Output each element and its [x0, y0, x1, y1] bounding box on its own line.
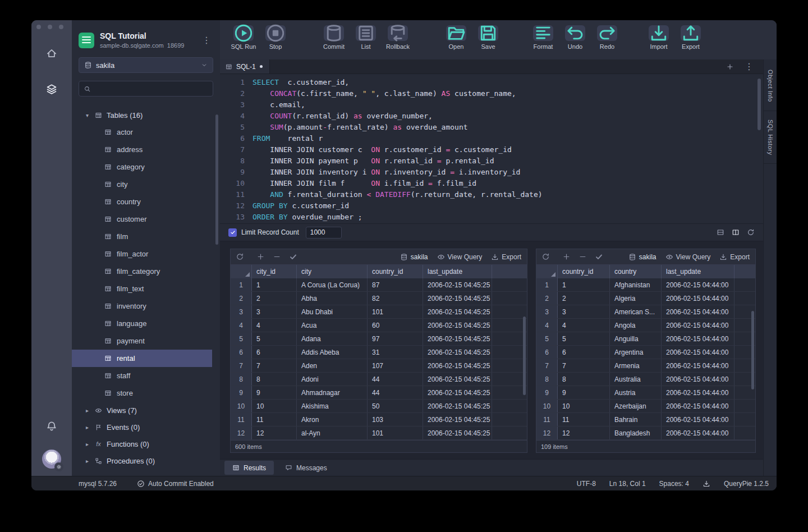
- cell[interactable]: 9: [252, 386, 297, 399]
- split-horizontal-icon[interactable]: [717, 228, 724, 236]
- cell[interactable]: 2006-02-15 04:45:25: [423, 305, 492, 318]
- cell[interactable]: 2006-02-15 04:45:25: [423, 278, 492, 291]
- tab-list-menu-icon[interactable]: ⋮: [742, 61, 756, 72]
- cell[interactable]: Angola: [610, 319, 662, 332]
- select-all-corner[interactable]: [536, 265, 558, 278]
- home-icon[interactable]: [45, 47, 58, 59]
- cell[interactable]: 2: [558, 292, 610, 305]
- cell[interactable]: 2006-02-15 04:44:00: [662, 373, 734, 386]
- search-input[interactable]: [94, 85, 208, 93]
- cell[interactable]: Bangladesh: [610, 426, 662, 439]
- tab-sql-history[interactable]: SQL History: [767, 120, 774, 155]
- cell[interactable]: Azerbaijan: [610, 400, 662, 412]
- cell[interactable]: 3: [252, 305, 297, 318]
- cell[interactable]: 97: [368, 332, 423, 345]
- grid-scrollbar[interactable]: [523, 317, 526, 395]
- export-button[interactable]: Export: [719, 253, 750, 261]
- minimize-button[interactable]: [48, 25, 52, 29]
- add-row-icon[interactable]: [562, 253, 571, 261]
- tree-item-rental[interactable]: rental: [72, 350, 212, 367]
- undo-button[interactable]: Undo: [562, 25, 589, 50]
- refresh-icon[interactable]: [541, 253, 550, 261]
- limit-record-count-input[interactable]: [306, 227, 342, 239]
- tree-item-customer[interactable]: customer: [72, 210, 220, 228]
- grid-database[interactable]: sakila: [400, 253, 428, 261]
- view-query-button[interactable]: View Query: [665, 253, 711, 261]
- row-number[interactable]: 10: [536, 400, 558, 412]
- cell[interactable]: 2006-02-15 04:44:00: [662, 386, 734, 399]
- cell[interactable]: 101: [368, 305, 423, 318]
- tree-item-address[interactable]: address: [72, 141, 220, 158]
- stop-button[interactable]: Stop: [262, 25, 289, 50]
- cell[interactable]: 2006-02-15 04:44:00: [662, 413, 734, 426]
- cell[interactable]: al-Ayn: [297, 426, 368, 439]
- row-number[interactable]: 2: [536, 292, 558, 305]
- cell[interactable]: 2006-02-15 04:45:25: [423, 332, 492, 345]
- cell[interactable]: 2006-02-15 04:45:25: [423, 319, 492, 332]
- view-query-button[interactable]: View Query: [437, 253, 483, 261]
- cell[interactable]: 5: [252, 332, 297, 345]
- commit-button[interactable]: Commit: [320, 25, 347, 50]
- cell[interactable]: 3: [558, 305, 610, 318]
- cell[interactable]: 2006-02-15 04:45:25: [423, 386, 492, 399]
- import-button[interactable]: Import: [645, 25, 672, 50]
- cell[interactable]: 2006-02-15 04:45:25: [423, 426, 492, 439]
- maximize-button[interactable]: [59, 25, 63, 29]
- export-button[interactable]: Export: [491, 253, 521, 261]
- cell[interactable]: 2006-02-15 04:45:25: [423, 346, 492, 359]
- cell[interactable]: Adana: [297, 332, 368, 345]
- cell[interactable]: 103: [368, 413, 423, 426]
- cell[interactable]: 4: [252, 319, 297, 332]
- row-number[interactable]: 8: [231, 373, 252, 386]
- notifications-icon[interactable]: [45, 420, 58, 433]
- tree-item-country[interactable]: country: [72, 193, 220, 210]
- limit-checkbox[interactable]: [228, 228, 237, 237]
- row-number[interactable]: 1: [536, 278, 558, 291]
- row-number[interactable]: 3: [231, 305, 252, 318]
- tab-object-info[interactable]: Object Info: [767, 70, 774, 102]
- cell[interactable]: 2006-02-15 04:45:25: [423, 292, 492, 305]
- list-button[interactable]: List: [352, 25, 379, 50]
- cell[interactable]: 2006-02-15 04:45:25: [423, 400, 492, 412]
- cell[interactable]: 1: [558, 278, 610, 291]
- cell[interactable]: 31: [368, 346, 423, 359]
- cell[interactable]: Acua: [297, 319, 368, 332]
- cell[interactable]: 2006-02-15 04:44:00: [662, 359, 734, 372]
- tree-item-staff[interactable]: staff: [72, 367, 220, 384]
- refresh-layout-icon[interactable]: [747, 228, 755, 236]
- cell[interactable]: 87: [368, 278, 423, 291]
- tab-sql-1[interactable]: SQL-1: [220, 59, 270, 74]
- cell[interactable]: Akishima: [297, 400, 368, 412]
- redo-button[interactable]: Redo: [594, 25, 621, 50]
- row-number[interactable]: 2: [231, 292, 252, 305]
- tree-item-city[interactable]: city: [72, 176, 220, 193]
- row-number[interactable]: 4: [536, 319, 558, 332]
- connection-menu-icon[interactable]: ⋮: [200, 35, 213, 45]
- column-header-country-id[interactable]: country_id: [558, 265, 610, 278]
- delete-row-icon[interactable]: [273, 253, 281, 261]
- tree-item-payment[interactable]: payment: [72, 332, 220, 350]
- add-row-icon[interactable]: [256, 253, 265, 261]
- cell[interactable]: Ahmadnagar: [297, 386, 368, 399]
- tree-item-film-category[interactable]: film_category: [72, 263, 220, 280]
- cell[interactable]: 6: [558, 346, 610, 359]
- refresh-icon[interactable]: [236, 253, 244, 261]
- apply-icon[interactable]: [595, 253, 603, 261]
- row-number[interactable]: 12: [536, 426, 558, 439]
- row-number[interactable]: 11: [536, 413, 558, 426]
- cell[interactable]: 2006-02-15 04:45:25: [423, 373, 492, 386]
- sidebar-scrollbar[interactable]: [215, 114, 218, 245]
- cell[interactable]: 12: [558, 426, 610, 439]
- row-number[interactable]: 5: [536, 332, 558, 345]
- apply-icon[interactable]: [289, 253, 297, 261]
- cell[interactable]: 2006-02-15 04:44:00: [662, 426, 734, 439]
- cell[interactable]: Austria: [610, 386, 662, 399]
- database-navigator-icon[interactable]: [45, 83, 58, 95]
- row-number[interactable]: 1: [231, 278, 252, 291]
- close-button[interactable]: [36, 25, 41, 29]
- rollback-button[interactable]: Rollback: [384, 25, 411, 50]
- cell[interactable]: 11: [558, 413, 610, 426]
- sql-editor[interactable]: 1SELECT c.customer_id,2 CONCAT(c.first_n…: [220, 74, 763, 223]
- cell[interactable]: 101: [368, 426, 423, 439]
- cell[interactable]: 44: [368, 373, 423, 386]
